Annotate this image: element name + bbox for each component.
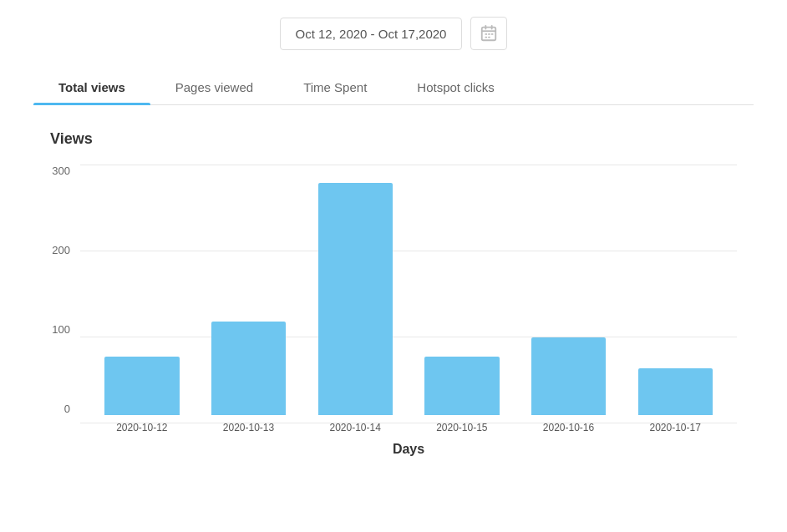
tab-total-views[interactable]: Total views: [33, 70, 150, 104]
x-labels: 2020-10-122020-10-132020-10-142020-10-15…: [80, 415, 737, 433]
calendar-button[interactable]: [470, 17, 507, 50]
calendar-icon: [480, 24, 498, 43]
bar-group: [302, 165, 409, 415]
y-label-100: 100: [52, 323, 70, 336]
chart-area: Views 300 200 100 0: [33, 130, 754, 457]
svg-rect-5: [489, 33, 491, 35]
bar: [211, 322, 286, 415]
bar-group: [622, 165, 729, 415]
svg-rect-8: [489, 37, 491, 38]
bar: [531, 337, 606, 415]
bar: [318, 183, 393, 415]
chart-wrapper: 300 200 100 0 2020-10-122020: [50, 165, 737, 457]
x-label: 2020-10-17: [622, 422, 729, 433]
x-label: 2020-10-13: [195, 422, 302, 433]
x-label: 2020-10-15: [409, 422, 515, 433]
bar: [424, 357, 499, 415]
tab-pages-viewed[interactable]: Pages viewed: [150, 70, 278, 104]
y-label-0: 0: [64, 403, 70, 415]
x-label: 2020-10-12: [89, 422, 195, 433]
tabs-container: Total views Pages viewed Time Spent Hots…: [33, 70, 754, 105]
svg-rect-7: [485, 37, 488, 38]
svg-rect-6: [491, 33, 494, 35]
chart-y-title: Views: [50, 130, 737, 148]
bar-group: [89, 165, 195, 415]
bar-group: [409, 165, 515, 415]
bar-group: [515, 165, 622, 415]
bars-container: [80, 165, 737, 415]
tab-time-spent[interactable]: Time Spent: [278, 70, 392, 104]
y-label-200: 200: [52, 244, 70, 256]
date-range-input[interactable]: Oct 12, 2020 - Oct 17,2020: [280, 18, 463, 50]
date-row: Oct 12, 2020 - Oct 17,2020: [33, 17, 754, 50]
y-axis: 300 200 100 0: [50, 165, 80, 448]
main-container: Oct 12, 2020 - Oct 17,2020 Total views P…: [0, 0, 787, 474]
tab-hotspot-clicks[interactable]: Hotspot clicks: [392, 70, 520, 104]
bar-group: [195, 165, 302, 415]
x-label: 2020-10-16: [515, 422, 622, 433]
y-label-300: 300: [52, 165, 70, 177]
x-axis-title: Days: [80, 442, 737, 457]
svg-rect-4: [485, 33, 488, 35]
bar: [638, 368, 713, 415]
bar: [104, 357, 179, 415]
chart-body: 2020-10-122020-10-132020-10-142020-10-15…: [80, 165, 737, 457]
x-label: 2020-10-14: [302, 422, 409, 433]
